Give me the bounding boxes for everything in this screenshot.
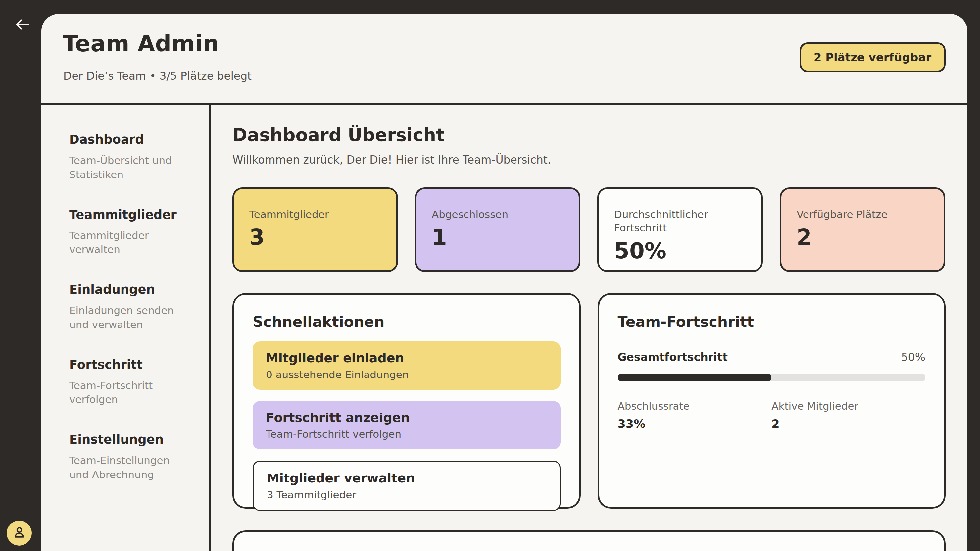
stat-label: Durchschnittlicher Fortschritt (614, 208, 724, 235)
header: Team Admin Der Die’s Team • 3/5 Plätze b… (41, 14, 967, 103)
sidebar-item-label: Einstellungen (69, 432, 190, 447)
user-avatar[interactable] (6, 521, 32, 546)
action-title: Mitglieder einladen (266, 351, 547, 365)
sidebar-item-label: Einladungen (69, 282, 190, 297)
progress-bar-fill (618, 374, 772, 381)
progress-stat-value: 2 (772, 417, 925, 430)
sidebar-item-description: Team-Einstellungen und Abrechnung (69, 453, 185, 482)
action-description: 3 Teammitglieder (267, 489, 546, 501)
overall-progress-value: 50% (901, 351, 925, 363)
team-members-card: Teammitglieder (232, 530, 945, 551)
dashboard-heading: Dashboard Übersicht (232, 124, 945, 145)
action-title: Fortschritt anzeigen (266, 410, 547, 425)
dashboard-main: Dashboard Übersicht Willkommen zurück, D… (211, 105, 967, 551)
stat-card-abgeschlossen: Abgeschlossen 1 (415, 188, 581, 272)
team-progress-card: Team-Fortschritt Gesamtfortschritt 50% A… (598, 293, 946, 509)
sidebar-item-description: Einladungen senden und verwalten (69, 303, 185, 332)
action-invite-members[interactable]: Mitglieder einladen 0 ausstehende Einlad… (253, 341, 560, 390)
team-progress-title: Team-Fortschritt (618, 313, 926, 330)
sidebar-item-description: Team-Fortschritt verfolgen (69, 379, 185, 407)
progress-stat-label: Aktive Mitglieder (772, 400, 925, 412)
action-description: Team-Fortschritt verfolgen (266, 428, 547, 440)
stat-value: 1 (432, 225, 563, 250)
stat-card-teammitglieder: Teammitglieder 3 (232, 188, 398, 272)
stat-value: 3 (249, 225, 381, 250)
seats-available-badge: 2 Plätze verfügbar (800, 42, 945, 72)
stat-label: Abgeschlossen (432, 208, 541, 221)
sidebar-item-label: Dashboard (69, 132, 190, 147)
stat-value: 2 (797, 225, 928, 250)
sidebar-item-fortschritt[interactable]: Fortschritt Team-Fortschritt verfolgen (69, 358, 190, 407)
progress-bar (618, 374, 926, 381)
sidebar-item-description: Teammitglieder verwalten (69, 228, 185, 257)
stat-label: Verfügbare Plätze (797, 208, 906, 221)
overall-progress-row: Gesamtfortschritt 50% (618, 351, 926, 363)
sidebar-item-teammitglieder[interactable]: Teammitglieder Teammitglieder verwalten (69, 208, 190, 257)
page-subtitle: Der Die’s Team • 3/5 Plätze belegt (63, 70, 251, 83)
main-panel: Team Admin Der Die’s Team • 3/5 Plätze b… (41, 14, 967, 551)
progress-stat-aktive-mitglieder: Aktive Mitglieder 2 (772, 400, 925, 430)
sidebar-item-einladungen[interactable]: Einladungen Einladungen senden und verwa… (69, 282, 190, 332)
arrow-left-icon (14, 16, 31, 34)
stat-label: Teammitglieder (249, 208, 359, 221)
action-view-progress[interactable]: Fortschritt anzeigen Team-Fortschritt ve… (253, 401, 560, 449)
action-description: 0 ausstehende Einladungen (266, 369, 547, 381)
action-title: Mitglieder verwalten (267, 471, 546, 486)
back-button[interactable] (13, 15, 32, 35)
quick-actions-title: Schnellaktionen (253, 313, 560, 330)
overall-progress-label: Gesamtfortschritt (618, 351, 728, 363)
person-icon (12, 525, 27, 541)
sidebar-item-einstellungen[interactable]: Einstellungen Team-Einstellungen und Abr… (69, 432, 190, 482)
page-title: Team Admin (62, 30, 219, 57)
progress-stat-abschlussrate: Abschlussrate 33% (618, 400, 772, 430)
stat-card-durchschnittlicher-fortschritt: Durchschnittlicher Fortschritt 50% (597, 188, 763, 272)
quick-actions-card: Schnellaktionen Mitglieder einladen 0 au… (232, 293, 581, 509)
welcome-text: Willkommen zurück, Der Die! Hier ist Ihr… (232, 153, 945, 166)
sidebar-item-dashboard[interactable]: Dashboard Team-Übersicht und Statistiken (69, 132, 190, 182)
progress-stat-label: Abschlussrate (618, 400, 772, 412)
sidebar-item-description: Team-Übersicht und Statistiken (69, 153, 185, 182)
progress-stat-value: 33% (618, 417, 772, 430)
stats-row: Teammitglieder 3 Abgeschlossen 1 Durchsc… (232, 188, 945, 272)
cards-row: Schnellaktionen Mitglieder einladen 0 au… (232, 293, 945, 509)
sidebar-item-label: Teammitglieder (69, 208, 190, 222)
progress-stats: Abschlussrate 33% Aktive Mitglieder 2 (618, 400, 926, 430)
content: Dashboard Team-Übersicht und Statistiken… (41, 105, 967, 551)
sidebar: Dashboard Team-Übersicht und Statistiken… (41, 105, 211, 551)
screen: Team Admin Der Die’s Team • 3/5 Plätze b… (0, 0, 980, 551)
action-manage-members[interactable]: Mitglieder verwalten 3 Teammitglieder (253, 460, 560, 511)
stat-card-verfuegbare-plaetze: Verfügbare Plätze 2 (780, 188, 945, 272)
stat-value: 50% (614, 238, 746, 264)
sidebar-item-label: Fortschritt (69, 358, 190, 372)
